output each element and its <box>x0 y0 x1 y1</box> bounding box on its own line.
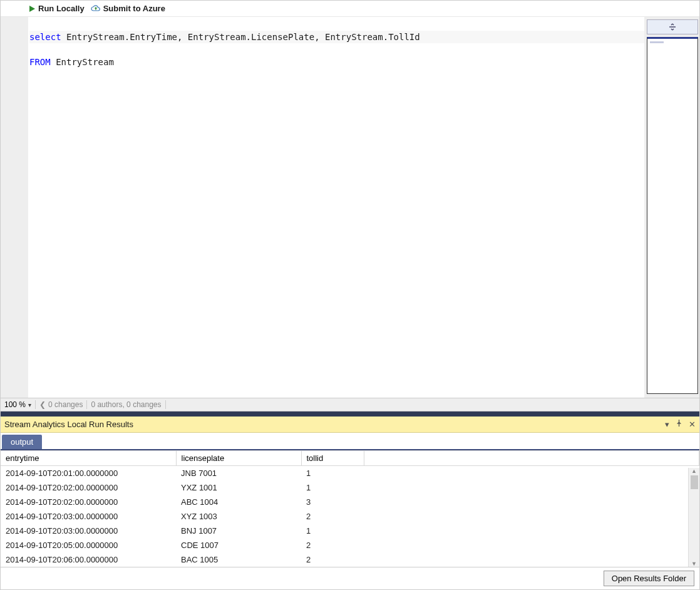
cell-licenseplate: YXZ 1001 <box>176 480 301 495</box>
minimap-column <box>644 17 699 398</box>
table-row[interactable]: 2014-09-10T20:02:00.0000000YXZ 10011 <box>1 480 699 495</box>
col-entrytime[interactable]: entrytime <box>1 451 176 466</box>
table-row[interactable]: 2014-09-10T20:03:00.0000000BNJ 10071 <box>1 524 699 538</box>
results-grid: entrytime licenseplate tollid 2014-09-10… <box>1 450 699 567</box>
pin-icon[interactable] <box>676 420 682 429</box>
run-locally-button[interactable]: Run Locally <box>28 4 85 13</box>
results-panel-title: Stream Analytics Local Run Results <box>4 420 665 429</box>
col-licenseplate[interactable]: licenseplate <box>176 451 301 466</box>
run-locally-label: Run Locally <box>38 4 85 13</box>
authors-indicator[interactable]: 0 authors, 0 changes <box>87 400 165 409</box>
cell-licenseplate: CDE 1007 <box>176 538 301 552</box>
editor-toolbar: Run Locally Submit to Azure <box>1 1 699 17</box>
tab-output-label: output <box>11 437 33 447</box>
table-row[interactable]: 2014-09-10T20:05:00.0000000CDE 10072 <box>1 538 699 552</box>
cell-entrytime: 2014-09-10T20:03:00.0000000 <box>1 509 176 524</box>
cell-tollid: 2 <box>301 509 364 524</box>
cell-tollid: 1 <box>301 480 364 495</box>
table-row[interactable]: 2014-09-10T20:06:00.0000000BAC 10052 <box>1 552 699 567</box>
results-footer: Open Results Folder <box>1 567 699 589</box>
cell-licenseplate: BNJ 1007 <box>176 524 301 538</box>
play-icon <box>28 5 36 13</box>
zoom-value: 100 % <box>4 400 26 409</box>
cell-licenseplate: BAC 1005 <box>176 552 301 567</box>
cell-licenseplate: ABC 1004 <box>176 495 301 509</box>
col-spacer <box>364 451 699 466</box>
grid-header-row: entrytime licenseplate tollid <box>1 451 699 466</box>
close-icon[interactable]: ✕ <box>689 420 696 429</box>
scroll-thumb[interactable] <box>691 475 698 489</box>
changes-indicator[interactable]: ❮ 0 changes <box>36 400 87 409</box>
table-row[interactable]: 2014-09-10T20:01:00.0000000JNB 70011 <box>1 466 699 481</box>
panel-menu-icon[interactable]: ▾ <box>665 420 669 429</box>
table-row[interactable]: 2014-09-10T20:03:00.0000000XYZ 10032 <box>1 509 699 524</box>
col-tollid[interactable]: tollid <box>301 451 364 466</box>
zoom-selector[interactable]: 100 % ▾ <box>1 400 36 409</box>
results-tabs: output <box>1 433 699 450</box>
panel-divider[interactable] <box>1 411 699 417</box>
cell-entrytime: 2014-09-10T20:02:00.0000000 <box>1 495 176 509</box>
split-icon <box>668 23 677 31</box>
results-grid-wrap: entrytime licenseplate tollid 2014-09-10… <box>1 450 699 567</box>
chevron-left-icon: ❮ <box>39 400 46 409</box>
svg-marker-0 <box>29 6 35 12</box>
minimap[interactable] <box>647 37 698 394</box>
cell-licenseplate: XYZ 1003 <box>176 509 301 524</box>
cell-entrytime: 2014-09-10T20:03:00.0000000 <box>1 524 176 538</box>
chevron-down-icon: ▾ <box>28 401 31 408</box>
results-panel-header: Stream Analytics Local Run Results ▾ ✕ <box>1 417 699 433</box>
cell-tollid: 3 <box>301 495 364 509</box>
cell-tollid: 2 <box>301 538 364 552</box>
results-panel: Stream Analytics Local Run Results ▾ ✕ o… <box>1 417 699 567</box>
cell-licenseplate: JNB 7001 <box>176 466 301 481</box>
editor-gutter <box>1 17 28 398</box>
cell-entrytime: 2014-09-10T20:02:00.0000000 <box>1 480 176 495</box>
cloud-upload-icon <box>91 5 101 13</box>
open-results-folder-button[interactable]: Open Results Folder <box>604 571 694 586</box>
cell-tollid: 1 <box>301 524 364 538</box>
open-results-folder-label: Open Results Folder <box>612 574 686 583</box>
cell-tollid: 2 <box>301 552 364 567</box>
scroll-down-icon[interactable]: ▼ <box>691 561 697 567</box>
authors-count: 0 authors, 0 changes <box>91 400 161 409</box>
code-content[interactable]: select EntryStream.EntryTime, EntryStrea… <box>28 17 644 398</box>
cell-entrytime: 2014-09-10T20:06:00.0000000 <box>1 552 176 567</box>
table-row[interactable]: 2014-09-10T20:02:00.0000000ABC 10043 <box>1 495 699 509</box>
split-handle[interactable] <box>647 19 698 34</box>
results-scrollbar[interactable]: ▲ ▼ <box>688 468 699 567</box>
changes-count: 0 changes <box>48 400 83 409</box>
code-editor[interactable]: select EntryStream.EntryTime, EntryStrea… <box>1 17 699 398</box>
editor-status-bar: 100 % ▾ ❮ 0 changes 0 authors, 0 changes <box>1 398 699 411</box>
cell-entrytime: 2014-09-10T20:01:00.0000000 <box>1 466 176 481</box>
cell-tollid: 1 <box>301 466 364 481</box>
tab-output[interactable]: output <box>2 435 42 449</box>
submit-to-azure-label: Submit to Azure <box>103 4 165 13</box>
cell-entrytime: 2014-09-10T20:05:00.0000000 <box>1 538 176 552</box>
scroll-up-icon[interactable]: ▲ <box>691 468 697 474</box>
submit-to-azure-button[interactable]: Submit to Azure <box>91 4 165 13</box>
